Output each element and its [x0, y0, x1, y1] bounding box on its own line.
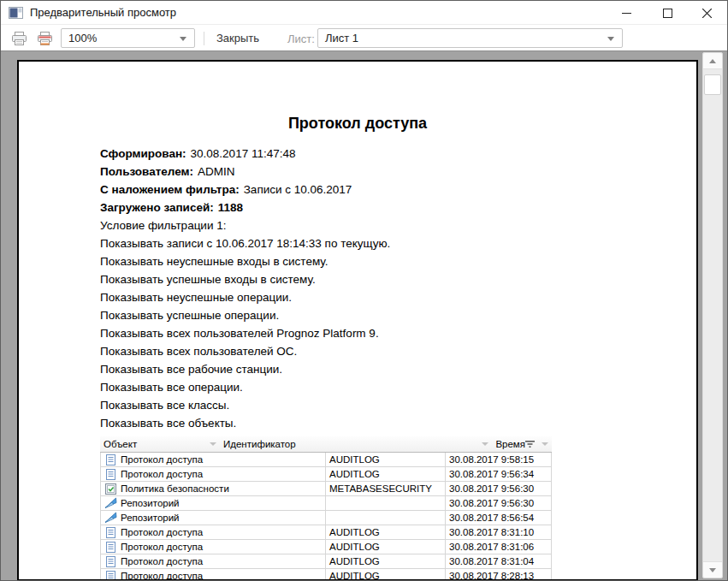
document-icon: [106, 556, 115, 567]
minimize-button[interactable]: [607, 1, 645, 25]
sheet-select[interactable]: Лист 1: [317, 28, 623, 48]
object-name: Протокол доступа: [121, 469, 203, 479]
time-value: 30.08.2017 9:56:34: [449, 469, 534, 479]
object-name: Репозиторий: [121, 513, 180, 523]
table-row: Протокол доступа AUDITLOG 30.08.2017 8:3…: [100, 525, 552, 540]
security-policy-icon: [105, 483, 116, 495]
object-cell: Протокол доступа: [101, 453, 326, 466]
table-header-cell: Объект: [100, 436, 220, 452]
column-label: Объект: [104, 439, 207, 449]
filter-line: Показывать всех пользователей ОС.: [100, 342, 562, 360]
scroll-up-button[interactable]: [703, 53, 722, 69]
row-type-icon: [104, 526, 117, 538]
zoom-select[interactable]: 100%: [61, 28, 195, 48]
print-button[interactable]: [9, 29, 29, 48]
object-cell: Протокол доступа: [101, 569, 326, 580]
toolbar: 100% Закрыть Лист: Лист 1: [1, 26, 727, 50]
window-title: Предварительный просмотр: [30, 6, 176, 19]
identifier-value: AUDITLOG: [329, 571, 380, 580]
maximize-button[interactable]: [648, 1, 686, 25]
filter-line: Показывать все объекты.: [100, 414, 562, 432]
object-cell: Протокол доступа: [101, 525, 326, 539]
filter-line: Условие фильтрации 1:: [100, 216, 562, 234]
scroll-down-button[interactable]: [703, 561, 722, 578]
time-cell: 30.08.2017 8:31:06: [446, 540, 551, 554]
object-cell: Репозиторий: [101, 496, 326, 510]
row-type-icon: [104, 454, 117, 465]
row-type-icon: [104, 541, 117, 553]
object-cell: Репозиторий: [101, 511, 326, 525]
meta-value: 30.08.2017 11:47:48: [191, 147, 296, 160]
table-row: Политика безопасности METABASESECURITY 3…: [100, 482, 552, 496]
object-name: Политика безопасности: [121, 483, 229, 494]
filter-line: Показывать всех пользователей Prognoz Pl…: [100, 324, 562, 342]
filter-line: Показывать неуспешные операции.: [100, 288, 562, 306]
close-icon: [702, 9, 712, 18]
scrollbar-thumb[interactable]: [704, 74, 721, 95]
time-cell: 30.08.2017 8:28:13: [446, 569, 551, 580]
title-bar: Предварительный просмотр: [1, 1, 727, 25]
preview-window: Предварительный просмотр: [0, 0, 728, 581]
sort-dropdown-icon: [542, 442, 548, 446]
identifier-cell: AUDITLOG: [326, 540, 446, 554]
filter-lines: Условие фильтрации 1: Показывать записи …: [100, 216, 562, 432]
object-name: Репозиторий: [121, 498, 180, 508]
time-cell: 30.08.2017 8:31:04: [446, 554, 551, 568]
row-type-icon: [104, 483, 117, 495]
time-cell: 30.08.2017 8:31:10: [446, 525, 551, 539]
document-icon: [106, 454, 115, 465]
object-cell: Протокол доступа: [101, 467, 326, 481]
object-cell: Политика безопасности: [101, 482, 326, 495]
time-cell: 30.08.2017 9:58:15: [446, 453, 551, 466]
table-header-cell: Идентификатор: [220, 436, 492, 452]
audit-table: Объект Идентификатор: [100, 436, 552, 580]
identifier-value: AUDITLOG: [329, 527, 380, 537]
object-cell: Протокол доступа: [101, 540, 326, 554]
vertical-scrollbar[interactable]: [702, 52, 723, 578]
filter-line: Показывать все операции.: [100, 378, 562, 396]
filter-line: Показывать успешные входы в систему.: [100, 270, 562, 288]
close-preview-button[interactable]: Закрыть: [208, 28, 268, 48]
object-name: Протокол доступа: [121, 571, 203, 580]
repository-icon: [104, 512, 117, 524]
meta-label: Загружено записей:: [100, 201, 214, 214]
time-value: 30.08.2017 8:56:54: [449, 513, 534, 523]
object-name: Протокол доступа: [121, 556, 203, 566]
object-name: Протокол доступа: [121, 454, 203, 465]
meta-label: Сформирован:: [100, 147, 186, 160]
zoom-value: 100%: [68, 32, 97, 44]
meta-value: ADMIN: [198, 165, 235, 178]
toolbar-separator: [204, 32, 204, 45]
filter-line: Показывать все рабочие станции.: [100, 360, 562, 378]
document-icon: [106, 542, 115, 553]
chevron-down-icon: [180, 37, 186, 41]
table-row: Протокол доступа AUDITLOG 30.08.2017 8:2…: [100, 569, 552, 580]
time-cell: 30.08.2017 9:56:30: [446, 496, 551, 510]
table-row: Протокол доступа AUDITLOG 30.08.2017 8:3…: [100, 540, 552, 554]
print-setup-button[interactable]: [34, 29, 55, 48]
object-name: Протокол доступа: [121, 527, 203, 537]
row-type-icon: [104, 497, 117, 509]
identifier-cell: AUDITLOG: [326, 525, 446, 539]
identifier-value: AUDITLOG: [329, 469, 380, 479]
column-label: Идентификатор: [223, 439, 479, 449]
row-type-icon: [104, 512, 117, 524]
meta-line: Загружено записей:1188: [100, 199, 562, 216]
sheet-label: Лист:: [287, 33, 315, 45]
sort-dropdown-icon: [210, 442, 216, 446]
close-button[interactable]: [688, 1, 725, 25]
column-label: Время: [495, 439, 525, 449]
meta-value: 1188: [218, 201, 243, 214]
time-value: 30.08.2017 9:56:30: [449, 498, 534, 508]
identifier-value: AUDITLOG: [329, 454, 380, 465]
time-value: 30.08.2017 9:58:15: [449, 454, 534, 465]
table-header: Объект Идентификатор: [100, 436, 552, 453]
row-type-icon: [104, 570, 117, 580]
object-name: Протокол доступа: [121, 542, 203, 552]
row-type-icon: [104, 468, 117, 480]
identifier-cell: [326, 511, 446, 525]
identifier-cell: AUDITLOG: [326, 569, 446, 580]
app-icon: [9, 7, 23, 19]
object-cell: Протокол доступа: [101, 554, 326, 568]
identifier-value: AUDITLOG: [329, 542, 380, 552]
